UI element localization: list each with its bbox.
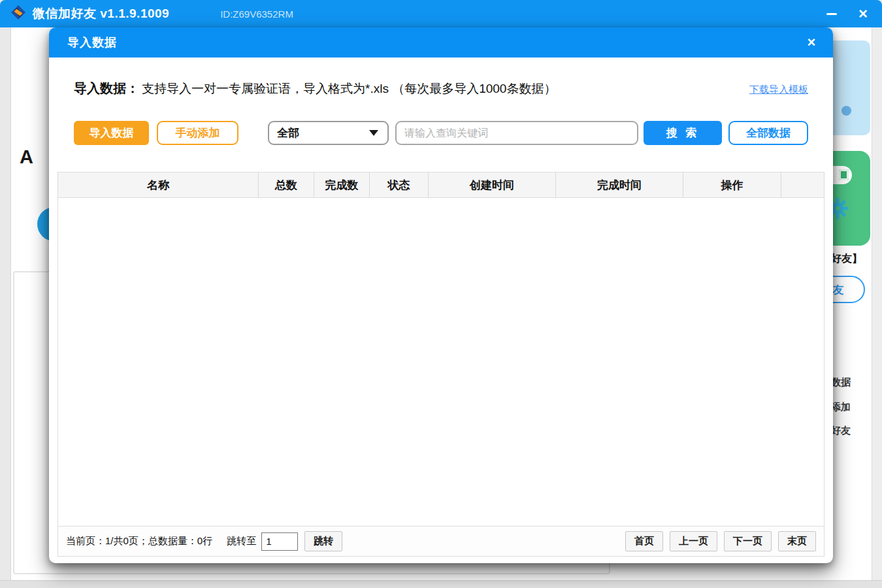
background-fragment-data: 数据 — [831, 376, 851, 389]
background-label-haoyou: 好友】 — [831, 252, 862, 266]
background-fragment-friend: 好友 — [831, 425, 851, 437]
close-icon: × — [808, 34, 816, 51]
titlebar: 微信加好友 v1.1.9.1009 ID:Z69V6352RM × — [0, 0, 882, 27]
last-page-button[interactable]: 末页 — [778, 531, 816, 551]
window-edge-left — [0, 27, 11, 588]
background-letter: A — [20, 146, 33, 168]
search-button[interactable]: 搜 索 — [644, 121, 722, 145]
window-title: 微信加好友 v1.1.9.1009 — [33, 5, 169, 22]
app-window: A 好友】 友 数据 添加 好友 微信加好友 v1. — [0, 0, 882, 588]
background-green-glyph-icon — [839, 169, 849, 180]
download-template-link[interactable]: 下载导入模板 — [749, 84, 808, 96]
background-blue-dot — [841, 106, 851, 116]
table-body-empty — [58, 198, 824, 526]
pagination-bar: 当前页：1/共0页；总数据量：0行 跳转至 跳转 首页 上一页 下一页 末页 — [58, 526, 824, 556]
filter-dropdown[interactable]: 全部 — [268, 121, 389, 145]
window-edge-bottom — [0, 580, 882, 588]
all-data-button[interactable]: 全部数据 — [728, 121, 808, 145]
pagination-summary: 当前页：1/共0页；总数据量：0行 — [66, 535, 212, 547]
description-label: 导入数据： — [74, 80, 139, 97]
modal-header: 导入数据 × — [49, 27, 833, 57]
jump-button[interactable]: 跳转 — [304, 531, 342, 551]
import-data-button[interactable]: 导入数据 — [74, 121, 149, 145]
description-text: 支持导入一对一专属验证语，导入格式为*.xls （每次最多导入1000条数据） — [142, 80, 556, 97]
data-table: 名称 总数 完成数 状态 创建时间 完成时间 操作 当前页：1/共0页；总数据量… — [57, 172, 825, 557]
minimize-icon — [826, 13, 837, 15]
pagination-buttons: 首页 上一页 下一页 末页 — [625, 531, 816, 551]
window-edge-right — [872, 27, 882, 588]
import-data-modal: 导入数据 × 导入数据： 支持导入一对一专属验证语，导入格式为*.xls （每次… — [49, 27, 833, 563]
column-header-empty — [781, 172, 824, 197]
manual-add-button[interactable]: 手动添加 — [157, 121, 238, 145]
chevron-down-icon — [369, 130, 378, 136]
filter-dropdown-value: 全部 — [277, 125, 299, 140]
table-header-row: 名称 总数 完成数 状态 创建时间 完成时间 操作 — [58, 172, 824, 198]
column-header-finished: 完成时间 — [556, 172, 683, 197]
column-header-created: 创建时间 — [429, 172, 556, 197]
close-icon: × — [858, 6, 868, 22]
column-header-status: 状态 — [370, 172, 429, 197]
next-page-button[interactable]: 下一页 — [724, 531, 772, 551]
column-header-total: 总数 — [259, 172, 314, 197]
jump-to-label: 跳转至 — [227, 535, 256, 547]
app-logo-icon — [10, 5, 26, 23]
close-button[interactable]: × — [853, 4, 873, 24]
first-page-button[interactable]: 首页 — [625, 531, 663, 551]
window-id: ID:Z69V6352RM — [220, 8, 293, 20]
background-fragment-add: 添加 — [831, 401, 851, 414]
column-header-completed: 完成数 — [314, 172, 370, 197]
column-header-name: 名称 — [58, 172, 259, 197]
prev-page-button[interactable]: 上一页 — [670, 531, 717, 551]
modal-title: 导入数据 — [67, 35, 117, 50]
jump-page-input[interactable] — [261, 532, 298, 551]
column-header-actions: 操作 — [683, 172, 781, 197]
search-input[interactable] — [395, 121, 638, 145]
modal-close-button[interactable]: × — [802, 33, 821, 52]
description-row: 导入数据： 支持导入一对一专属验证语，导入格式为*.xls （每次最多导入100… — [74, 80, 808, 97]
minimize-button[interactable] — [822, 4, 841, 24]
